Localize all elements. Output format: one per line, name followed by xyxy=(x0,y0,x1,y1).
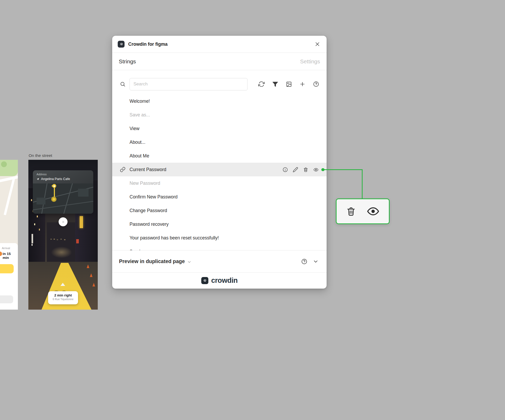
plugin-header: Crowdin for figma xyxy=(112,36,327,53)
preview-mode-selector[interactable]: Preview in duplicated page xyxy=(119,258,185,264)
crowdin-logo-icon xyxy=(202,278,207,283)
lit-windows xyxy=(50,239,52,240)
plugin-title: Crowdin for figma xyxy=(128,42,168,47)
neon-sign-yellow xyxy=(80,216,83,228)
string-label: Save as... xyxy=(130,112,150,118)
string-label: About... xyxy=(130,140,145,145)
arrival-caption: Arrival xyxy=(2,247,10,250)
chevron-down-icon[interactable] xyxy=(187,260,192,264)
connector-line-horizontal xyxy=(323,169,363,170)
string-row-current-password[interactable]: Current Password xyxy=(112,163,327,176)
direction-subtitle: 6 Rue Tiquetonne xyxy=(48,298,78,301)
map-road xyxy=(4,176,16,215)
crowdin-brand-bar: crowdin xyxy=(112,272,327,289)
info-icon[interactable] xyxy=(282,167,288,172)
frame-title-on-the-street[interactable]: On the street xyxy=(29,153,52,158)
building-center xyxy=(47,222,76,265)
string-row[interactable]: Welcome! xyxy=(112,94,327,108)
string-row[interactable]: New Password xyxy=(112,176,327,190)
crowdin-logo xyxy=(118,41,125,48)
address-caption: Address xyxy=(37,173,47,176)
destination-pin-icon xyxy=(51,183,57,189)
string-row[interactable]: Your password has been reset successfull… xyxy=(112,231,327,245)
help-icon[interactable] xyxy=(301,258,307,265)
current-location-dot xyxy=(51,197,56,202)
lit-windows xyxy=(31,199,32,201)
search-icon xyxy=(120,81,126,87)
connector-line-vertical xyxy=(362,169,363,199)
address-value: Angelina Paris Cafe xyxy=(41,177,70,181)
map-bottom-sheet: Arrival in 15 min xyxy=(0,243,18,310)
filter-icon[interactable] xyxy=(272,81,278,87)
dismiss-card-button[interactable] xyxy=(59,217,68,226)
string-label: Welcome! xyxy=(130,99,150,104)
preview-eye-icon[interactable] xyxy=(313,167,319,172)
string-row-clipped[interactable]: Send xyxy=(112,245,327,250)
string-row[interactable]: View xyxy=(112,122,327,135)
icon-zoom-callout[interactable] xyxy=(336,198,390,224)
frame-map-partial[interactable]: Arrival in 15 min xyxy=(0,160,18,310)
arrival-value: in 15 min xyxy=(3,252,18,260)
string-label: Confirm New Password xyxy=(130,194,178,200)
string-row[interactable]: Confirm New Password xyxy=(112,190,327,204)
close-icon xyxy=(61,220,65,224)
map-secondary-button[interactable] xyxy=(0,295,13,303)
string-label: Password recovery xyxy=(130,222,169,227)
help-icon[interactable] xyxy=(313,81,319,87)
tab-settings[interactable]: Settings xyxy=(300,58,320,65)
string-label: Current Password xyxy=(130,167,166,172)
delete-trash-icon-large xyxy=(346,206,356,217)
string-label: Your password has been reset successfull… xyxy=(130,235,219,241)
link-icon xyxy=(120,167,126,174)
crowdin-wordmark: crowdin xyxy=(211,276,238,285)
address-card[interactable]: Address Angelina Paris Cafe xyxy=(33,170,93,214)
frame-on-the-street[interactable]: 20 Address Angelina Paris Cafe 2 m xyxy=(28,160,98,310)
address-minimap xyxy=(33,183,93,214)
tabs-bar: Strings Settings xyxy=(112,53,327,70)
string-label: New Password xyxy=(130,181,160,186)
string-row[interactable]: Save as... xyxy=(112,108,327,122)
string-row[interactable]: About Me xyxy=(112,149,327,163)
string-row[interactable]: Password recovery xyxy=(112,217,327,231)
street-light-glow xyxy=(51,247,72,258)
close-icon xyxy=(314,41,321,47)
crowdin-logo-icon xyxy=(119,42,124,47)
string-label: Change Password xyxy=(130,208,167,213)
string-row[interactable]: Change Password xyxy=(112,204,327,217)
strings-list: Welcome! Save as... View About... About … xyxy=(112,94,327,250)
route-line xyxy=(54,187,55,197)
string-label: View xyxy=(130,126,140,131)
map-tree-shape xyxy=(1,161,7,167)
edit-pencil-icon[interactable] xyxy=(293,167,298,172)
map-primary-button[interactable] xyxy=(0,264,14,273)
image-screenshots-icon[interactable] xyxy=(286,81,292,87)
route-marker-dot xyxy=(0,252,2,256)
search-input[interactable] xyxy=(130,78,248,90)
strings-toolbar xyxy=(112,78,327,90)
street-sign xyxy=(32,234,33,243)
crowdin-plugin-window: Crowdin for figma Strings Settings We xyxy=(112,36,327,289)
direction-title: 2 min right xyxy=(48,293,78,297)
preview-eye-icon-large xyxy=(366,204,380,218)
add-string-button[interactable] xyxy=(299,81,306,87)
crowdin-logo xyxy=(201,277,208,284)
neon-sign-red xyxy=(76,239,79,243)
navigation-arrow-icon xyxy=(37,178,39,181)
preview-footer: Preview in duplicated page xyxy=(112,250,327,272)
string-row[interactable]: About... xyxy=(112,135,327,149)
figma-canvas: Arrival in 15 min On the street 20 Addre… xyxy=(0,0,505,420)
collapse-chevron-icon[interactable] xyxy=(313,258,319,264)
refresh-icon[interactable] xyxy=(258,81,265,87)
direction-card: 2 min right 6 Rue Tiquetonne xyxy=(48,291,78,304)
tab-strings[interactable]: Strings xyxy=(119,58,136,65)
string-label: About Me xyxy=(130,153,149,159)
path-direction-arrow xyxy=(60,283,65,286)
close-plugin-button[interactable] xyxy=(314,41,321,48)
delete-trash-icon[interactable] xyxy=(303,167,308,172)
